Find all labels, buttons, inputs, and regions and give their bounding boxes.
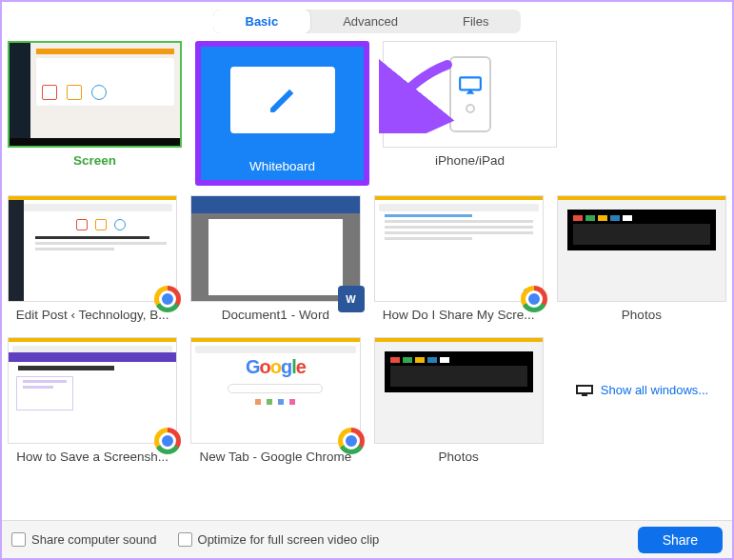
show-all-windows-label: Show all windows...: [601, 383, 708, 397]
source-whiteboard-label: Whiteboard: [201, 153, 364, 180]
tab-bar: Basic Advanced Files: [2, 2, 732, 37]
checkbox-share-sound-label: Share computer sound: [31, 532, 157, 547]
google-logo: Google: [195, 356, 355, 378]
window-new-tab-label: New Tab - Google Chrome: [190, 444, 360, 470]
svg-rect-0: [460, 77, 481, 90]
window-new-tab-chrome[interactable]: Google New Tab - Google Chrome: [190, 337, 360, 470]
tab-advanced[interactable]: Advanced: [310, 10, 430, 33]
monitor-icon: [576, 385, 593, 396]
chrome-icon: [338, 428, 365, 454]
window-photos-2[interactable]: Photos: [374, 337, 544, 470]
checkbox-share-computer-sound[interactable]: Share computer sound: [11, 532, 157, 547]
window-photos-2-label: Photos: [374, 444, 544, 470]
window-how-do-i-share[interactable]: How Do I Share My Scre...: [374, 195, 544, 328]
window-photos-1[interactable]: Photos: [557, 195, 726, 328]
svg-rect-1: [577, 386, 592, 393]
word-icon: W: [338, 286, 365, 312]
source-whiteboard[interactable]: Whiteboard: [195, 41, 369, 186]
show-all-windows-link[interactable]: Show all windows...: [557, 337, 726, 397]
checkbox-optimize-video-clip[interactable]: Optimize for full screen video clip: [178, 532, 380, 547]
source-grid: Screen Whiteboard: [2, 37, 732, 520]
source-iphone-label: iPhone/iPad: [383, 148, 557, 173]
window-document1-word[interactable]: W Document1 - Word: [190, 195, 360, 328]
source-screen[interactable]: Screen: [8, 41, 182, 186]
airplay-icon: [458, 75, 483, 96]
tab-files[interactable]: Files: [430, 10, 521, 33]
window-save-screenshot[interactable]: How to Save a Screensh...: [8, 337, 177, 470]
window-edit-post[interactable]: Edit Post ‹ Technology, B...: [8, 195, 177, 328]
window-photos-1-label: Photos: [557, 302, 726, 328]
source-screen-label: Screen: [8, 148, 182, 174]
chrome-icon: [521, 286, 547, 312]
checkbox-box[interactable]: [178, 532, 192, 547]
share-button[interactable]: Share: [638, 527, 723, 553]
tab-basic[interactable]: Basic: [213, 10, 311, 33]
checkbox-optimize-label: Optimize for full screen video clip: [198, 532, 380, 547]
pencil-icon: [267, 84, 299, 116]
checkbox-box[interactable]: [11, 532, 26, 547]
window-how-share-label: How Do I Share My Scre...: [374, 302, 544, 328]
window-document1-label: Document1 - Word: [190, 302, 360, 328]
footer-bar: Share computer sound Optimize for full s…: [2, 520, 732, 558]
source-iphone-ipad[interactable]: iPhone/iPad: [383, 41, 557, 186]
window-save-screenshot-label: How to Save a Screensh...: [8, 444, 177, 470]
window-edit-post-label: Edit Post ‹ Technology, B...: [8, 302, 177, 328]
